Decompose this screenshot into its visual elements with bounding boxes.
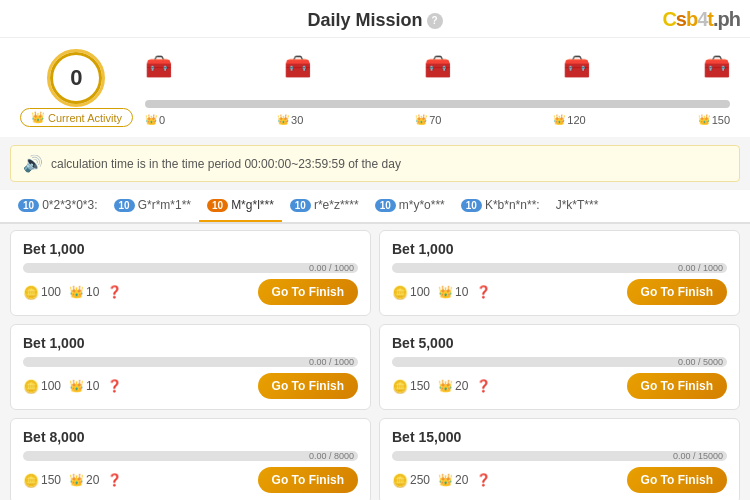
milestone-label-150: 👑 150 <box>698 114 730 126</box>
coin-value-2: 100 <box>410 285 430 299</box>
tab-0*2*3[interactable]: 10 0*2*3*0*3: <box>10 190 106 222</box>
mission-progress-text-6: 0.00 / 15000 <box>673 451 723 461</box>
notice-bar: 🔊 calculation time is in the time period… <box>10 145 740 182</box>
coin-reward-5: 🪙 150 <box>23 473 61 488</box>
crown-icon: 👑 <box>31 111 45 124</box>
milestone-value-70: 70 <box>429 114 441 126</box>
page: Daily Mission ? Csb4t.ph 0 👑 Current Act… <box>0 0 750 500</box>
coin-reward-6: 🪙 250 <box>392 473 430 488</box>
crown-value-1: 10 <box>86 285 99 299</box>
mission-footer-1: 🪙 100 👑 10 ❓ Go To Finish <box>23 279 358 305</box>
crown-icon-4: 👑 <box>438 379 453 393</box>
mission-rewards-2: 🪙 100 👑 10 ❓ <box>392 285 491 300</box>
activity-badge: 0 👑 Current Activity <box>20 52 133 127</box>
crown-reward-4: 👑 20 <box>438 379 468 393</box>
mission-card-1: Bet 1,000 0.00 / 1000 🪙 100 👑 10 ❓ <box>10 230 371 316</box>
crown-sm-icon-4: 👑 <box>553 114 565 125</box>
coin-value-3: 100 <box>41 379 61 393</box>
crown-value-6: 20 <box>455 473 468 487</box>
progress-bar-container: 🧰 🧰 🧰 🧰 🧰 👑 <box>145 70 730 110</box>
chest-icon-4: 🧰 <box>563 54 590 80</box>
mission-card-5: Bet 8,000 0.00 / 8000 🪙 150 👑 20 ❓ <box>10 418 371 500</box>
coin-icon-1: 🪙 <box>23 285 39 300</box>
mission-progress-text-1: 0.00 / 1000 <box>309 263 354 273</box>
tab-m*y*o[interactable]: 10 m*y*o*** <box>367 190 453 222</box>
mission-progress-bar-5: 0.00 / 8000 <box>23 451 358 461</box>
milestone-labels: 👑 0 👑 30 👑 70 👑 120 👑 150 <box>145 114 730 126</box>
milestone-label-120: 👑 120 <box>553 114 585 126</box>
tab-label-5: m*y*o*** <box>399 198 445 212</box>
mission-rewards-3: 🪙 100 👑 10 ❓ <box>23 379 122 394</box>
tab-r*e*z[interactable]: 10 r*e*z**** <box>282 190 367 222</box>
question-icon-5[interactable]: ❓ <box>107 473 122 487</box>
mission-title-3: Bet 1,000 <box>23 335 358 351</box>
activity-button-label: Current Activity <box>48 112 122 124</box>
mission-footer-6: 🪙 250 👑 20 ❓ Go To Finish <box>392 467 727 493</box>
chest-icon-3: 🧰 <box>424 54 451 80</box>
tab-m*g*l[interactable]: 10 M*g*l*** <box>199 190 282 222</box>
tab-badge-2: 10 <box>114 199 135 212</box>
milestone-3: 🧰 <box>424 54 451 80</box>
crown-reward-6: 👑 20 <box>438 473 468 487</box>
go-finish-button-1[interactable]: Go To Finish <box>258 279 358 305</box>
tab-j*k*t[interactable]: J*k*T*** <box>548 190 607 222</box>
coin-icon-6: 🪙 <box>392 473 408 488</box>
crown-icon-2: 👑 <box>438 285 453 299</box>
crown-icon-1: 👑 <box>69 285 84 299</box>
crown-value-4: 20 <box>455 379 468 393</box>
milestone-2: 🧰 <box>284 54 311 80</box>
tab-g*r*m[interactable]: 10 G*r*m*1** <box>106 190 199 222</box>
coin-value-5: 150 <box>41 473 61 487</box>
mission-title-4: Bet 5,000 <box>392 335 727 351</box>
tab-badge-6: 10 <box>461 199 482 212</box>
mission-progress-text-4: 0.00 / 5000 <box>678 357 723 367</box>
tab-label-3: M*g*l*** <box>231 198 274 212</box>
coin-icon-2: 🪙 <box>392 285 408 300</box>
mission-title-6: Bet 15,000 <box>392 429 727 445</box>
mission-card-6: Bet 15,000 0.00 / 15000 🪙 250 👑 20 ❓ <box>379 418 740 500</box>
tab-label-7: J*k*T*** <box>556 198 599 212</box>
milestones: 🧰 🧰 🧰 🧰 🧰 <box>145 54 730 80</box>
crown-value-2: 10 <box>455 285 468 299</box>
question-icon-4[interactable]: ❓ <box>476 379 491 393</box>
question-icon-2[interactable]: ❓ <box>476 285 491 299</box>
coin-icon-3: 🪙 <box>23 379 39 394</box>
crown-sm-icon-2: 👑 <box>277 114 289 125</box>
mission-progress-bar-1: 0.00 / 1000 <box>23 263 358 273</box>
crown-reward-2: 👑 10 <box>438 285 468 299</box>
mission-progress-bar-4: 0.00 / 5000 <box>392 357 727 367</box>
mission-progress-text-5: 0.00 / 8000 <box>309 451 354 461</box>
progress-section: 0 👑 Current Activity 🧰 🧰 🧰 🧰 <box>0 38 750 137</box>
go-finish-button-2[interactable]: Go To Finish <box>627 279 727 305</box>
tab-k*b*n[interactable]: 10 K*b*n*n**: <box>453 190 548 222</box>
tab-badge-5: 10 <box>375 199 396 212</box>
tab-label-1: 0*2*3*0*3: <box>42 198 97 212</box>
crown-icon-6: 👑 <box>438 473 453 487</box>
question-icon-1[interactable]: ❓ <box>107 285 122 299</box>
go-finish-button-6[interactable]: Go To Finish <box>627 467 727 493</box>
question-icon-6[interactable]: ❓ <box>476 473 491 487</box>
mission-progress-bar-3: 0.00 / 1000 <box>23 357 358 367</box>
milestone-value-120: 120 <box>567 114 585 126</box>
crown-reward-3: 👑 10 <box>69 379 99 393</box>
current-activity-button[interactable]: 👑 Current Activity <box>20 108 133 127</box>
mission-card-2: Bet 1,000 0.00 / 1000 🪙 100 👑 10 ❓ <box>379 230 740 316</box>
chest-icon-2: 🧰 <box>284 54 311 80</box>
mission-progress-text-2: 0.00 / 1000 <box>678 263 723 273</box>
help-icon[interactable]: ? <box>427 13 443 29</box>
milestone-1: 🧰 <box>145 54 172 80</box>
chest-icon-5: 🧰 <box>703 54 730 80</box>
crown-value-3: 10 <box>86 379 99 393</box>
page-title: Daily Mission ? <box>307 10 442 31</box>
mission-rewards-5: 🪙 150 👑 20 ❓ <box>23 473 122 488</box>
go-finish-button-5[interactable]: Go To Finish <box>258 467 358 493</box>
crown-sm-icon-3: 👑 <box>415 114 427 125</box>
question-icon-3[interactable]: ❓ <box>107 379 122 393</box>
mission-title-5: Bet 8,000 <box>23 429 358 445</box>
tab-label-4: r*e*z**** <box>314 198 359 212</box>
crown-icon-3: 👑 <box>69 379 84 393</box>
go-finish-button-4[interactable]: Go To Finish <box>627 373 727 399</box>
coin-icon-4: 🪙 <box>392 379 408 394</box>
go-finish-button-3[interactable]: Go To Finish <box>258 373 358 399</box>
milestone-label-0: 👑 0 <box>145 114 165 126</box>
